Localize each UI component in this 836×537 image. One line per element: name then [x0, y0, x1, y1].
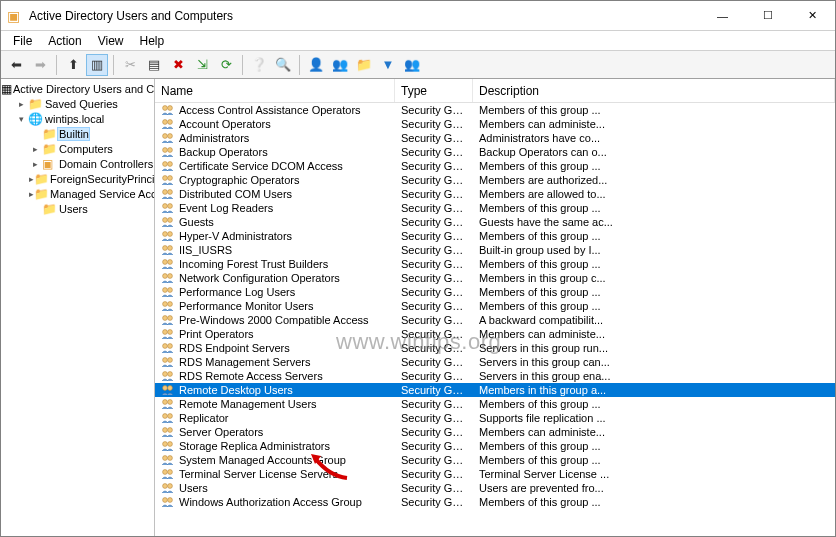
new-user-button[interactable]: 👤: [305, 54, 327, 76]
row-desc: Built-in group used by I...: [473, 244, 835, 256]
group-icon: [161, 468, 175, 480]
menu-action[interactable]: Action: [40, 32, 89, 50]
list-row[interactable]: Pre-Windows 2000 Compatible AccessSecuri…: [155, 313, 835, 327]
tree-node-builtin[interactable]: 📁Builtin: [1, 126, 154, 141]
help-button[interactable]: ❔: [248, 54, 270, 76]
list-pane[interactable]: Name Type Description Access Control Ass…: [155, 79, 835, 536]
row-desc: Members of this group ...: [473, 258, 835, 270]
svg-point-27: [168, 288, 173, 293]
list-row[interactable]: GuestsSecurity Group...Guests have the s…: [155, 215, 835, 229]
list-row[interactable]: Remote Management UsersSecurity Group...…: [155, 397, 835, 411]
expand-arrow-icon[interactable]: ▸: [29, 144, 42, 154]
cut-button[interactable]: ✂: [119, 54, 141, 76]
forward-button[interactable]: ➡: [29, 54, 51, 76]
expand-arrow-icon[interactable]: ▸: [29, 159, 42, 169]
group-icon: [161, 412, 175, 424]
list-row[interactable]: Backup OperatorsSecurity Group...Backup …: [155, 145, 835, 159]
svg-point-44: [163, 414, 168, 419]
show-hide-tree-button[interactable]: ▥: [86, 54, 108, 76]
expand-arrow-icon[interactable]: ▸: [15, 99, 28, 109]
menu-file[interactable]: File: [5, 32, 40, 50]
row-name: RDS Remote Access Servers: [179, 370, 323, 382]
list-row[interactable]: Access Control Assistance OperatorsSecur…: [155, 103, 835, 117]
expand-arrow-icon[interactable]: ▾: [15, 114, 28, 124]
list-row[interactable]: Remote Desktop UsersSecurity Group...Mem…: [155, 383, 835, 397]
svg-point-37: [168, 358, 173, 363]
list-row[interactable]: Performance Log UsersSecurity Group...Me…: [155, 285, 835, 299]
group-icon: [161, 496, 175, 508]
svg-point-39: [168, 372, 173, 377]
tree-node-managed-service-accoun[interactable]: ▸📁Managed Service Accoun: [1, 186, 154, 201]
new-group-button[interactable]: 👥: [329, 54, 351, 76]
col-desc[interactable]: Description: [473, 79, 835, 102]
list-row[interactable]: Windows Authorization Access GroupSecuri…: [155, 495, 835, 509]
list-row[interactable]: Server OperatorsSecurity Group...Members…: [155, 425, 835, 439]
group-icon: [161, 188, 175, 200]
minimize-button[interactable]: —: [700, 1, 745, 30]
properties-button[interactable]: ▤: [143, 54, 165, 76]
row-desc: Members of this group ...: [473, 398, 835, 410]
content-area: ▦ Active Directory Users and Com ▸📁Saved…: [1, 79, 835, 536]
list-row[interactable]: ReplicatorSecurity Group...Supports file…: [155, 411, 835, 425]
list-row[interactable]: UsersSecurity Group...Users are prevente…: [155, 481, 835, 495]
group-icon: [161, 370, 175, 382]
delete-button[interactable]: ✖: [167, 54, 189, 76]
menu-help[interactable]: Help: [132, 32, 173, 50]
list-row[interactable]: System Managed Accounts GroupSecurity Gr…: [155, 453, 835, 467]
group-icon: [161, 286, 175, 298]
folder-icon: 📁: [42, 127, 58, 141]
add-to-group-button[interactable]: 👥: [401, 54, 423, 76]
row-name: Remote Management Users: [179, 398, 317, 410]
group-icon: [161, 118, 175, 130]
list-row[interactable]: Cryptographic OperatorsSecurity Group...…: [155, 173, 835, 187]
svg-point-22: [163, 260, 168, 265]
svg-point-40: [163, 386, 168, 391]
find-button[interactable]: 🔍: [272, 54, 294, 76]
row-desc: Terminal Server License ...: [473, 468, 835, 480]
list-row[interactable]: Print OperatorsSecurity Group...Members …: [155, 327, 835, 341]
maximize-button[interactable]: ☐: [745, 1, 790, 30]
row-type: Security Group...: [395, 104, 473, 116]
col-name[interactable]: Name: [155, 79, 395, 102]
list-row[interactable]: IIS_IUSRSSecurity Group...Built-in group…: [155, 243, 835, 257]
tree-root[interactable]: ▦ Active Directory Users and Com: [1, 81, 154, 96]
tree-pane[interactable]: ▦ Active Directory Users and Com ▸📁Saved…: [1, 79, 155, 536]
list-row[interactable]: Certificate Service DCOM AccessSecurity …: [155, 159, 835, 173]
list-row[interactable]: RDS Remote Access ServersSecurity Group.…: [155, 369, 835, 383]
svg-point-45: [168, 414, 173, 419]
list-row[interactable]: Terminal Server License ServersSecurity …: [155, 467, 835, 481]
close-button[interactable]: ✕: [790, 1, 835, 30]
list-row[interactable]: Network Configuration OperatorsSecurity …: [155, 271, 835, 285]
group-icon: [161, 258, 175, 270]
menu-view[interactable]: View: [90, 32, 132, 50]
row-name: Terminal Server License Servers: [179, 468, 338, 480]
list-row[interactable]: AdministratorsSecurity Group...Administr…: [155, 131, 835, 145]
group-icon: [161, 202, 175, 214]
list-row[interactable]: RDS Endpoint ServersSecurity Group...Ser…: [155, 341, 835, 355]
back-button[interactable]: ⬅: [5, 54, 27, 76]
tree-node-wintips-local[interactable]: ▾🌐wintips.local: [1, 111, 154, 126]
filter-button[interactable]: ▼: [377, 54, 399, 76]
tree-node-domain-controllers[interactable]: ▸▣Domain Controllers: [1, 156, 154, 171]
tree-node-users[interactable]: 📁Users: [1, 201, 154, 216]
tree-node-foreignsecurityprincipals[interactable]: ▸📁ForeignSecurityPrincipals: [1, 171, 154, 186]
tree-node-computers[interactable]: ▸📁Computers: [1, 141, 154, 156]
refresh-button[interactable]: ⟳: [215, 54, 237, 76]
list-row[interactable]: Event Log ReadersSecurity Group...Member…: [155, 201, 835, 215]
row-desc: Members can administe...: [473, 118, 835, 130]
up-button[interactable]: ⬆: [62, 54, 84, 76]
tree-node-saved-queries[interactable]: ▸📁Saved Queries: [1, 96, 154, 111]
list-row[interactable]: RDS Management ServersSecurity Group...S…: [155, 355, 835, 369]
list-row[interactable]: Distributed COM UsersSecurity Group...Me…: [155, 187, 835, 201]
row-type: Security Group...: [395, 258, 473, 270]
list-row[interactable]: Account OperatorsSecurity Group...Member…: [155, 117, 835, 131]
new-ou-button[interactable]: 📁: [353, 54, 375, 76]
col-type[interactable]: Type: [395, 79, 473, 102]
row-type: Security Group...: [395, 426, 473, 438]
list-row[interactable]: Incoming Forest Trust BuildersSecurity G…: [155, 257, 835, 271]
export-button[interactable]: ⇲: [191, 54, 213, 76]
list-row[interactable]: Performance Monitor UsersSecurity Group.…: [155, 299, 835, 313]
row-type: Security Group...: [395, 230, 473, 242]
list-row[interactable]: Storage Replica AdministratorsSecurity G…: [155, 439, 835, 453]
list-row[interactable]: Hyper-V AdministratorsSecurity Group...M…: [155, 229, 835, 243]
